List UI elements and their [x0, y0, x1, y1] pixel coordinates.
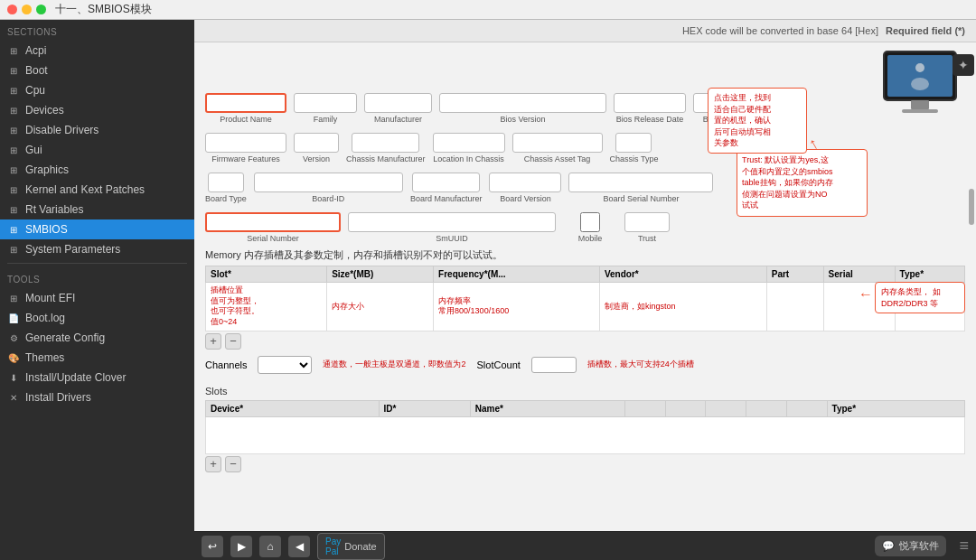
slots-col-6	[706, 400, 746, 416]
manufacturer-label: Manufacturer	[374, 115, 422, 124]
board-manufacturer-input[interactable]: Apple Inc.	[412, 173, 480, 192]
imac-illustration: ✦	[879, 50, 965, 124]
sidebar-item-devices[interactable]: ⊞ Devices	[0, 100, 194, 120]
type-annotation-container: ← 内存条类型， 如DDR2/DDR3 等	[859, 282, 965, 313]
close-button[interactable]	[7, 5, 17, 14]
serial-input[interactable]: C02ND2VTFY11	[205, 212, 341, 232]
sidebar-item-smbios[interactable]: ⊞ SMBIOS	[0, 219, 194, 239]
sidebar-label-generate: Generate Config	[25, 331, 105, 344]
grid-icon-boot: ⊞	[7, 64, 20, 77]
product-name-label: Product Name	[220, 115, 272, 124]
board-version-input[interactable]	[489, 173, 561, 192]
trust-annotation: Trust: 默认设置为yes,这 个值和内置定义的smbios table挂钩…	[737, 149, 868, 217]
slotcount-desc: 插槽数，最大可支持24个插槽	[587, 359, 694, 370]
bios-version-input[interactable]: IM151.88Z.0207.B00.1409291931	[439, 93, 606, 113]
sidebar-label-sp: System Parameters	[25, 243, 120, 256]
board-type-field: 10 Board Type	[205, 173, 247, 203]
slots-add-remove: + −	[205, 454, 965, 474]
location-field: Location In Chassis	[433, 133, 505, 163]
sidebar-item-rt[interactable]: ⊞ Rt Variables	[0, 200, 194, 219]
board-serial-input[interactable]	[568, 173, 713, 192]
smuuid-input[interactable]	[348, 212, 556, 232]
toolbar-home-button[interactable]: ⌂	[259, 536, 281, 557]
mobile-checkbox[interactable]	[563, 212, 617, 232]
sidebar-label-graphics: Graphics	[25, 163, 69, 176]
sidebar-item-cpu[interactable]: ⊞ Cpu	[0, 80, 194, 100]
family-input[interactable]: iMac	[294, 93, 357, 113]
slotcount-input[interactable]	[531, 357, 577, 373]
sidebar-item-gui[interactable]: ⊞ Gui	[0, 140, 194, 160]
chassis-manufacturer-input[interactable]: Apple Inc.	[352, 133, 419, 153]
slots-col-8	[786, 400, 827, 416]
app-window: 十一、SMBIOS模块 SECTIONS ⊞ Acpi ⊞ Boot ⊞ Cpu…	[0, 0, 976, 560]
version-input[interactable]: 1.0	[294, 133, 339, 153]
scrollbar[interactable]	[969, 189, 974, 225]
page-title: 十一、SMBIOS模块	[55, 2, 152, 17]
memory-annotation-row: 插槽位置值可为整型，也可字符型。值0~24 内存大小 内存频率常用800/130…	[206, 283, 965, 331]
gear-icon: ⚙	[7, 331, 20, 344]
memory-section-title: Memory 内存插槽及其参数定制，内存和插槽识别不对的可以试试。	[205, 248, 965, 262]
memory-click-annotation: 点击这里，找到 适合自己硬件配 置的机型，确认 后可自动填写相 关参数	[708, 88, 807, 154]
board-id-input[interactable]: Mac-42FD25EABCABB274	[254, 173, 403, 192]
sidebar-item-install-drivers[interactable]: ✕ Install Drivers	[0, 387, 194, 407]
size-annotation: 内存大小	[327, 283, 434, 331]
grid-icon-devices: ⊞	[7, 104, 20, 117]
svg-rect-1	[887, 55, 953, 97]
donate-button[interactable]: PayPal Donate	[317, 533, 385, 560]
memory-add-button[interactable]: +	[205, 333, 221, 350]
channels-select[interactable]	[258, 356, 312, 374]
wand-button[interactable]: ✦	[953, 54, 974, 76]
toolbar-back-button[interactable]: ↩	[202, 536, 223, 557]
type-annotation-box: 内存条类型， 如DDR2/DDR3 等	[875, 282, 965, 313]
grid-icon-graphics: ⊞	[7, 163, 20, 176]
content-body: iMac15,1 Product Name iMac Family Apple …	[194, 42, 976, 531]
version-label: Version	[303, 154, 330, 163]
sidebar-label-themes: Themes	[25, 351, 64, 364]
watermark-text: 悦享软件	[899, 539, 939, 553]
grid-icon-cpu: ⊞	[7, 84, 20, 97]
sidebar-item-acpi[interactable]: ⊞ Acpi	[0, 41, 194, 61]
chassis-asset-tag-input[interactable]: iMac-Aluminum	[512, 133, 603, 153]
sidebar-label-smbios: SMBIOS	[25, 223, 68, 236]
vendor-annotation: 制造商，如kingston	[599, 283, 766, 331]
sidebar-item-bootlog[interactable]: 📄 Boot.log	[0, 308, 194, 328]
memory-remove-button[interactable]: −	[225, 333, 241, 350]
firmware-features-input[interactable]	[205, 133, 286, 153]
trust-input[interactable]	[624, 212, 670, 232]
sidebar-label-boot: Boot	[25, 64, 48, 77]
sidebar-label-gui: Gui	[25, 144, 42, 156]
board-type-input[interactable]: 10	[208, 173, 244, 192]
slots-add-button[interactable]: +	[205, 456, 221, 472]
sidebar-item-generate-config[interactable]: ⚙ Generate Config	[0, 328, 194, 348]
location-input[interactable]	[433, 133, 505, 153]
wechat-watermark: 💬 悦享软件	[875, 536, 946, 556]
sidebar-item-system-params[interactable]: ⊞ System Parameters	[0, 239, 194, 259]
form-row-1: iMac15,1 Product Name iMac Family Apple …	[205, 50, 965, 124]
mount-icon: ⊞	[7, 292, 20, 304]
sidebar-item-disable-drivers[interactable]: ⊞ Disable Drivers	[0, 120, 194, 140]
chassis-manufacturer-label: Chassis Manufacturer	[346, 154, 426, 163]
slots-col-type: Type*	[827, 400, 964, 416]
sidebar-label-acpi: Acpi	[25, 44, 46, 57]
sidebar-item-mount-efi[interactable]: ⊞ Mount EFI	[0, 288, 194, 308]
chassis-asset-tag-label: Chassis Asset Tag	[524, 154, 590, 163]
smuuid-field: SmUUID	[348, 212, 556, 243]
sidebar-item-boot[interactable]: ⊞ Boot	[0, 61, 194, 80]
channels-row: Channels 通道数，一般主板是双通道，即数值为2 SlotCount 插槽…	[205, 351, 965, 378]
sidebar-item-kernel[interactable]: ⊞ Kernel and Kext Patches	[0, 180, 194, 200]
chassis-type-input[interactable]: 13	[615, 133, 652, 153]
sidebar-item-themes[interactable]: 🎨 Themes	[0, 348, 194, 368]
sidebar-item-install-clover[interactable]: ⬇ Install/Update Clover	[0, 368, 194, 387]
bios-date-input[interactable]: 09/29/2014	[614, 93, 686, 113]
freq-annotation: 内存频率常用800/1300/1600	[434, 283, 600, 331]
sidebar-item-graphics[interactable]: ⊞ Graphics	[0, 160, 194, 180]
manufacturer-input[interactable]: Apple Inc.	[364, 93, 432, 113]
minimize-button[interactable]	[22, 5, 32, 14]
toolbar-play-button[interactable]: ▶	[230, 536, 252, 557]
product-name-input[interactable]: iMac15,1	[205, 93, 286, 113]
toolbar-forward-button[interactable]: ◀	[288, 536, 310, 557]
sections-label: SECTIONS	[0, 20, 194, 41]
maximize-button[interactable]	[36, 5, 46, 14]
slots-remove-button[interactable]: −	[225, 456, 241, 472]
col-part: Part	[766, 266, 823, 283]
